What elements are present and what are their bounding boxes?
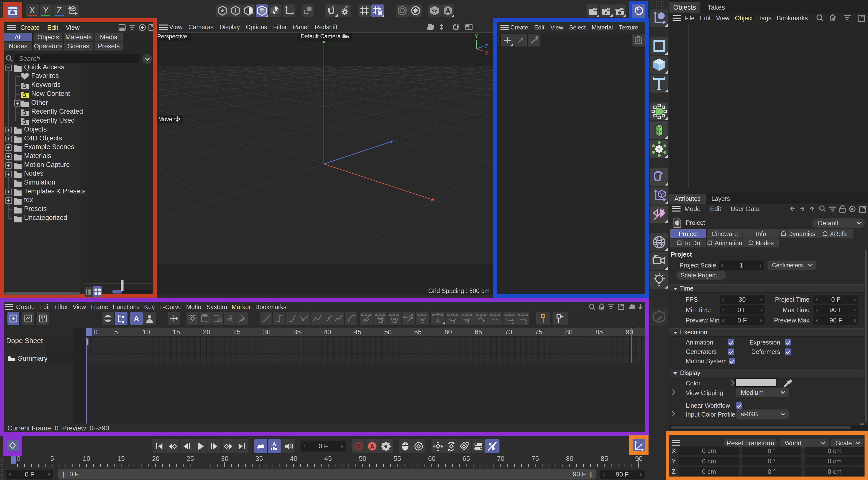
svg-text:Y: Y — [43, 5, 49, 15]
svg-text:Y: Y — [474, 33, 478, 39]
svg-text:X: X — [29, 5, 35, 15]
svg-text:Z: Z — [57, 5, 62, 15]
svg-text:Z: Z — [485, 43, 488, 49]
svg-text:X: X — [485, 49, 488, 56]
svg-text:A: A — [445, 7, 451, 14]
